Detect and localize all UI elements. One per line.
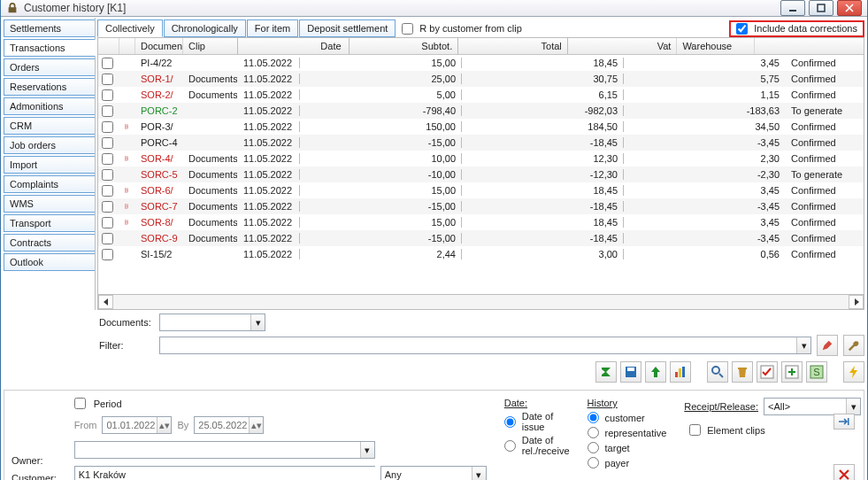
cell-subtotal: 15,00 — [299, 217, 462, 228]
owner-combo[interactable]: ▾ — [74, 441, 375, 459]
table-row[interactable]: SOR-1/Documents11.05.202225,0030,755,75C… — [98, 71, 864, 87]
spinner-icon[interactable]: ▴▾ — [157, 417, 171, 433]
table-row[interactable]: SOR-8/Documents11.05.202215,0018,453,45C… — [98, 214, 864, 230]
vtab-transactions[interactable]: Transactions — [4, 39, 96, 57]
filter-edit-button[interactable] — [817, 335, 838, 356]
table-row[interactable]: POR-3/11.05.2022150,00184,5034,50Confirm… — [98, 119, 864, 135]
by-date-input[interactable]: 25.05.2022▴▾ — [194, 416, 264, 434]
row-checkbox[interactable] — [102, 217, 113, 228]
cell-warehouse: Confirmed — [786, 233, 864, 244]
row-checkbox[interactable] — [102, 249, 113, 260]
table-row[interactable]: PI-4/2211.05.202215,0018,453,45Confirmed — [98, 55, 864, 71]
sum-button[interactable] — [595, 361, 617, 383]
scroll-right-button[interactable] — [849, 295, 864, 309]
vtab-job orders[interactable]: Job orders — [4, 136, 96, 154]
period-checkbox[interactable]: Period — [74, 398, 487, 409]
cell-subtotal: 10,00 — [299, 153, 462, 164]
radio-payer[interactable]: payer — [588, 457, 667, 468]
row-checkbox[interactable] — [102, 74, 113, 85]
vtab-crm[interactable]: CRM — [4, 117, 96, 135]
table-row[interactable]: SI-15/211.05.20222,443,000,56Confirmed — [98, 246, 864, 262]
plus-button[interactable] — [781, 361, 803, 383]
svg-rect-1 — [818, 4, 825, 12]
table-row[interactable]: PORC-211.05.2022-798,40-982,03-183,63To … — [98, 103, 864, 119]
panel-close-button[interactable] — [833, 464, 855, 480]
vtab-reservations[interactable]: Reservations — [4, 78, 96, 96]
htab-collectively[interactable]: Collectively — [97, 19, 163, 37]
chevron-down-icon[interactable]: ▾ — [472, 467, 486, 480]
radio-customer[interactable]: customer — [588, 412, 667, 423]
save-button[interactable] — [620, 361, 641, 383]
radio-date-of-rel[interactable]: Date of rel./receive — [504, 435, 570, 456]
htab-for-item[interactable]: For item — [247, 19, 298, 37]
cell-clip: Documents — [183, 201, 238, 212]
radio-date-of-issue[interactable]: Date of issue — [504, 411, 570, 432]
cell-clip: Documents — [183, 169, 238, 180]
htab-chronologically[interactable]: Chronologically — [164, 19, 246, 37]
customer-combo[interactable]: K1 Kraków — [74, 466, 375, 480]
from-date-input[interactable]: 01.01.2022▴▾ — [102, 416, 172, 434]
scroll-left-button[interactable] — [98, 295, 113, 309]
horizontal-scrollbar[interactable] — [97, 295, 864, 310]
cell-vat: -3,45 — [623, 201, 786, 212]
table-row[interactable]: SOR-2/Documents11.05.20225,006,151,15Con… — [98, 87, 864, 103]
vtab-wms[interactable]: WMS — [4, 195, 96, 213]
chevron-down-icon[interactable]: ▾ — [846, 399, 860, 414]
owner-label: Owner: — [12, 455, 57, 466]
radio-representative[interactable]: representative — [588, 427, 667, 438]
cell-warehouse: Confirmed — [786, 137, 864, 148]
documents-combo[interactable]: ▾ — [159, 314, 265, 331]
row-checkbox[interactable] — [102, 89, 113, 101]
row-checkbox[interactable] — [102, 185, 113, 197]
check-button[interactable] — [757, 361, 778, 383]
chevron-down-icon[interactable]: ▾ — [796, 337, 810, 353]
table-row[interactable]: PORC-411.05.2022-15,00-18,45-3,45Confirm… — [98, 135, 864, 151]
vtab-complaints[interactable]: Complaints — [4, 175, 96, 193]
vtab-orders[interactable]: Orders — [4, 58, 96, 76]
vtab-admonitions[interactable]: Admonitions — [4, 97, 96, 115]
row-checkbox[interactable] — [102, 105, 113, 117]
filter-combo[interactable]: ▾ — [159, 337, 811, 354]
row-checkbox[interactable] — [102, 201, 113, 213]
row-checkbox[interactable] — [102, 153, 113, 165]
row-checkbox[interactable] — [102, 233, 113, 244]
vtab-import[interactable]: Import — [4, 156, 96, 174]
window-close-button[interactable] — [837, 0, 862, 16]
table-row[interactable]: SOR-6/Documents11.05.202215,0018,453,45C… — [98, 182, 864, 198]
r-by-customer-checkbox[interactable]: R by customer from clip — [402, 23, 522, 35]
row-checkbox[interactable] — [102, 58, 113, 69]
trash-button[interactable] — [732, 361, 753, 383]
vtab-contracts[interactable]: Contracts — [4, 234, 96, 252]
include-data-corrections-checkbox[interactable]: Include data corrections — [729, 20, 864, 37]
cell-vat: 5,75 — [623, 74, 786, 84]
radio-target[interactable]: target — [588, 442, 667, 453]
vtab-transport[interactable]: Transport — [4, 214, 96, 232]
pin-button[interactable] — [833, 414, 855, 430]
receipt-release-combo[interactable]: <All>▾ — [764, 398, 861, 415]
chevron-down-icon[interactable]: ▾ — [360, 442, 374, 458]
row-checkbox[interactable] — [102, 137, 113, 149]
table-row[interactable]: SOR-4/Documents11.05.202210,0012,302,30C… — [98, 151, 864, 166]
history-grid[interactable]: Document Clip Date Subtot. Total Vat War… — [97, 37, 864, 295]
vtab-settlements[interactable]: Settlements — [4, 19, 96, 37]
htab-deposit-settlement[interactable]: Deposit settlement — [299, 19, 396, 37]
customer-any-combo[interactable]: Any▾ — [380, 466, 487, 480]
bars-button[interactable] — [670, 361, 691, 383]
window-minimize-button[interactable] — [780, 0, 805, 16]
window-maximize-button[interactable] — [809, 0, 833, 16]
filter-wrench-button[interactable] — [843, 335, 864, 356]
spinner-icon[interactable]: ▴▾ — [249, 417, 263, 433]
table-row[interactable]: SORC-5Documents11.05.2022-10,00-12,30-2,… — [98, 166, 864, 182]
s-button[interactable]: S — [806, 361, 827, 383]
row-checkbox[interactable] — [102, 121, 113, 133]
table-row[interactable]: SORC-7Documents11.05.2022-15,00-18,45-3,… — [98, 198, 864, 214]
cell-warehouse: Confirmed — [786, 89, 864, 100]
cell-date: 11.05.2022 — [238, 58, 300, 68]
up-button[interactable] — [645, 361, 666, 383]
lightning-button[interactable] — [843, 361, 864, 383]
chevron-down-icon[interactable]: ▾ — [250, 314, 265, 330]
table-row[interactable]: SORC-9Documents11.05.2022-15,00-18,45-3,… — [98, 230, 864, 246]
vtab-outlook[interactable]: Outlook — [4, 253, 96, 271]
search-button[interactable] — [707, 361, 728, 383]
row-checkbox[interactable] — [102, 169, 113, 181]
